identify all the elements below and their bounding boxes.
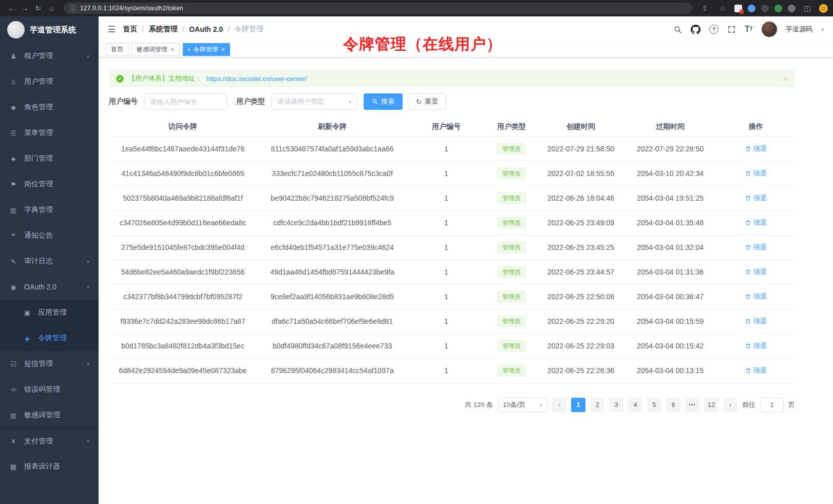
- caret-down-icon[interactable]: ▾: [821, 27, 824, 32]
- page-button-12[interactable]: 12: [704, 398, 718, 412]
- reload-icon[interactable]: ↻: [32, 5, 44, 12]
- page-button-6[interactable]: 6: [666, 398, 680, 412]
- address-bar[interactable]: ⓘ 127.0.0.1:1024/system/oauth2/token: [64, 3, 692, 14]
- forward-icon[interactable]: →: [18, 5, 31, 12]
- force-logout-button[interactable]: 强退: [745, 169, 767, 178]
- sidebar-item-error-code[interactable]: </> 错误码管理: [0, 377, 99, 402]
- extensions-puzzle-icon[interactable]: [788, 5, 796, 12]
- app-logo: [7, 21, 25, 38]
- sidebar-item-tenant[interactable]: ♟ 租户管理 ∨: [0, 43, 99, 69]
- force-logout-button[interactable]: 强退: [745, 243, 767, 252]
- force-logout-button[interactable]: 强退: [745, 144, 767, 153]
- sidebar-item-sensitive-word[interactable]: ▤ 敏感词管理: [0, 402, 99, 428]
- extension-green-icon[interactable]: [774, 5, 782, 12]
- refresh-token-cell: 333ecfc71e02480cb11055c875c3ca0f: [257, 161, 408, 186]
- breadcrumb-system[interactable]: 系统管理: [149, 25, 178, 34]
- force-logout-button[interactable]: 强退: [745, 292, 767, 301]
- home-icon[interactable]: ⌂: [45, 5, 58, 12]
- sidebar-item-report-designer[interactable]: ▦ 报表设计器: [0, 454, 99, 479]
- prev-page-button[interactable]: ‹: [552, 398, 566, 412]
- breadcrumb-oauth2[interactable]: OAuth 2.0: [189, 25, 223, 33]
- sidebar-item-notice[interactable]: ❝ 通知公告: [0, 223, 99, 248]
- close-icon[interactable]: ×: [221, 46, 225, 53]
- sidebar-item-sms[interactable]: ☑ 短信管理 ∨: [0, 351, 99, 377]
- sidebar-item-post[interactable]: ⚑ 岗位管理: [0, 171, 99, 197]
- breadcrumb-separator: /: [228, 25, 230, 34]
- fullscreen-icon[interactable]: [727, 25, 736, 34]
- sidebar-item-user[interactable]: ♙ 用户管理: [0, 69, 99, 94]
- help-icon[interactable]: ?: [709, 25, 718, 34]
- col-actions: 操作: [717, 117, 795, 137]
- user-name[interactable]: 芋道源码: [786, 25, 812, 34]
- sidebar-item-oauth2-token[interactable]: ◈ 令牌管理: [0, 325, 99, 351]
- url-text: 127.0.0.1:1024/system/oauth2/token: [80, 5, 183, 12]
- bookmark-star-icon[interactable]: ☆: [716, 5, 729, 12]
- user-avatar[interactable]: [762, 22, 777, 37]
- extension-badged-icon[interactable]: [734, 5, 742, 12]
- page-button-2[interactable]: 2: [590, 398, 604, 412]
- search-icon[interactable]: [673, 25, 682, 34]
- force-logout-button[interactable]: 强退: [745, 317, 767, 326]
- github-icon[interactable]: [691, 25, 701, 34]
- sidebar-item-dept[interactable]: ♣ 部门管理: [0, 146, 99, 171]
- app-logo-row[interactable]: 芋道管理系统: [0, 16, 99, 43]
- sidebar-item-menu[interactable]: ☰ 菜单管理: [0, 120, 99, 146]
- sidebar-item-label: 岗位管理: [24, 180, 90, 189]
- reset-button[interactable]: ↻ 重置: [408, 93, 446, 110]
- page-button-1[interactable]: 1: [571, 398, 585, 412]
- sidebar-item-oauth2-application[interactable]: ▣ 应用管理: [0, 300, 99, 325]
- extension-dark-icon[interactable]: [761, 5, 769, 12]
- page-button-5[interactable]: 5: [647, 398, 661, 412]
- more-pages-button[interactable]: •••: [685, 398, 699, 412]
- force-logout-button[interactable]: 强退: [745, 341, 767, 351]
- page-button-3[interactable]: 3: [609, 398, 623, 412]
- action-cell: 强退: [717, 309, 795, 334]
- user-type-cell: 管理员: [485, 334, 538, 358]
- sidebar-item-label: 通知公告: [24, 231, 90, 240]
- post-icon: ⚑: [9, 181, 18, 188]
- goto-page-input[interactable]: [760, 398, 784, 412]
- breadcrumb-home[interactable]: 首页: [123, 25, 137, 34]
- oauth-icon: ◉: [9, 283, 18, 291]
- force-logout-button[interactable]: 强退: [745, 366, 767, 375]
- refresh-token-cell: cdfc4ce9c2da4bb1bdf21b9918ff4be5: [257, 210, 408, 235]
- next-page-button[interactable]: ›: [723, 398, 737, 412]
- sidebar-item-audit-log[interactable]: ✎ 审计日志 ∨: [0, 248, 99, 274]
- user-type-select[interactable]: 请选择用户类型 ▾: [271, 93, 357, 110]
- font-size-icon[interactable]: TT: [745, 25, 753, 33]
- user-type-cell: 管理员: [485, 260, 538, 284]
- force-logout-button[interactable]: 强退: [745, 267, 767, 277]
- page-size-select[interactable]: 10条/页 ▾: [498, 398, 547, 412]
- force-logout-button[interactable]: 强退: [745, 218, 767, 227]
- doc-link[interactable]: https://doc.iocoder.cn/user-center/: [206, 75, 307, 83]
- close-icon[interactable]: ×: [783, 74, 788, 83]
- browser-profile-avatar[interactable]: ☺: [819, 4, 828, 13]
- sidebar-item-dict[interactable]: ▥ 字典管理: [0, 197, 99, 223]
- split-view-icon[interactable]: ◫: [801, 5, 813, 12]
- site-info-icon[interactable]: ⓘ: [70, 4, 76, 13]
- tab-token[interactable]: ● 令牌管理 ×: [183, 43, 230, 56]
- force-logout-button[interactable]: 强退: [745, 193, 767, 203]
- access-token-cell: 41c41346a548490f9dc8b01c6bfe0865: [109, 161, 257, 186]
- user-id-input[interactable]: [144, 93, 227, 110]
- report-designer-icon: ▦: [9, 463, 18, 471]
- back-icon[interactable]: ←: [5, 5, 17, 12]
- action-cell: 强退: [717, 161, 795, 186]
- sidebar-item-pay[interactable]: ¥ 支付管理 ∨: [0, 428, 99, 454]
- sidebar-item-oauth2[interactable]: ◉ OAuth 2.0 ∧: [0, 274, 99, 300]
- search-button[interactable]: 搜索: [364, 93, 403, 110]
- close-icon[interactable]: ×: [171, 46, 175, 53]
- app-title: 芋道管理系统: [30, 25, 76, 35]
- extension-blue-icon[interactable]: [748, 5, 755, 12]
- share-icon[interactable]: ⇧: [698, 5, 711, 12]
- error-code-icon: </>: [9, 387, 18, 393]
- sidebar-item-role[interactable]: ☻ 角色管理: [0, 94, 99, 120]
- chevron-down-icon: ∨: [86, 259, 90, 263]
- hamburger-icon[interactable]: ☰: [108, 24, 116, 35]
- tenant-icon: ♟: [9, 52, 18, 60]
- action-cell: 强退: [717, 186, 795, 210]
- tab-home[interactable]: 首页: [106, 43, 128, 56]
- expire-time-cell: 2022-07-29 22:28:50: [623, 137, 717, 161]
- tab-sensitive-word[interactable]: 敏感词管理 ×: [131, 43, 180, 56]
- page-button-4[interactable]: 4: [628, 398, 642, 412]
